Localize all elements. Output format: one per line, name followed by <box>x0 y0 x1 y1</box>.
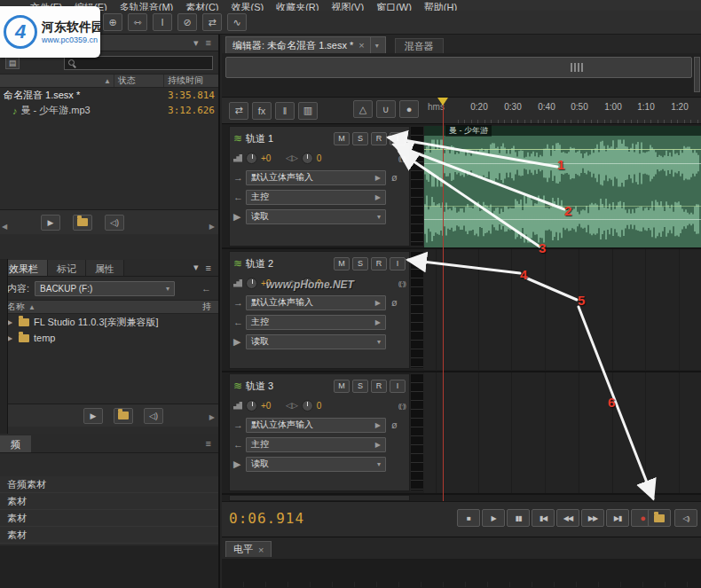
import-file-button[interactable] <box>114 408 133 424</box>
mute-button[interactable]: M <box>334 257 350 270</box>
drive-select[interactable]: BACKUP (F:) ▾ <box>35 281 175 296</box>
tree-item[interactable]: ▶ temp <box>0 330 218 346</box>
automation-mode-select[interactable]: 读取 ▾ <box>246 334 386 349</box>
playhead-handle[interactable] <box>437 98 448 106</box>
output-select[interactable]: 主控 ▶ <box>246 437 386 452</box>
monitor-input-icon[interactable]: ((·)) <box>398 279 406 287</box>
track-lane[interactable] <box>424 249 701 370</box>
files-dropdown-icon[interactable]: ▾ <box>193 37 199 49</box>
menu-clip[interactable]: 素材(C) <box>185 0 218 11</box>
shuffle-mode-icon[interactable]: ⇄ <box>229 102 248 120</box>
punch-record-icon[interactable]: ● <box>399 100 419 118</box>
track-lane[interactable] <box>424 372 701 493</box>
punch-icon[interactable]: ‖ <box>275 102 295 120</box>
input-monitor-button[interactable]: I <box>390 257 406 270</box>
import-file-button[interactable] <box>73 215 92 231</box>
play-file-button[interactable]: ▶ <box>41 215 60 231</box>
phase-icon[interactable]: ø <box>391 297 398 308</box>
time-display[interactable]: 0:06.914 <box>229 510 304 527</box>
expand-icon[interactable]: ▶ <box>233 211 242 223</box>
expand-icon[interactable]: ▶ <box>233 459 242 470</box>
menu-help[interactable]: 帮助(H) <box>424 0 457 11</box>
solo-button[interactable]: S <box>352 257 368 270</box>
tab-mixer[interactable]: 混音器 <box>395 38 444 53</box>
phase-icon[interactable]: ø <box>391 172 398 183</box>
audition-speaker-button[interactable]: ◁) <box>105 215 124 231</box>
browser-panel-menu-icon[interactable]: ≡ <box>206 263 211 273</box>
tab-properties[interactable]: 属性 <box>86 260 124 276</box>
list-view-icon[interactable]: ▤ <box>5 57 20 69</box>
column-dur[interactable]: 持 <box>202 301 211 313</box>
menu-view[interactable]: 视图(V) <box>331 0 364 11</box>
expand-icon[interactable]: ▶ <box>7 334 14 342</box>
stop-button[interactable]: ■ <box>457 509 480 527</box>
scroll-right-icon[interactable]: ▶ <box>209 223 215 231</box>
volume-knob[interactable] <box>246 278 257 289</box>
volume-knob[interactable] <box>246 400 257 412</box>
razor-tool-icon[interactable]: ⊘ <box>177 13 197 31</box>
vertical-scrollbar[interactable] <box>694 57 700 92</box>
monitor-input-icon[interactable]: ((·)) <box>398 154 406 162</box>
timeline-ruler[interactable]: hms 0:20 0:30 0:40 0:50 1:00 1:10 1:20 <box>424 98 701 124</box>
pause-button[interactable]: ▮▮ <box>507 509 530 527</box>
tree-item[interactable]: ▶ FL Studio 11.0.3[亲测兼容版] <box>0 314 218 330</box>
time-selection-tool-icon[interactable]: I <box>153 13 172 31</box>
file-row[interactable]: 命名混音 1.sesx * 3:35.814 <box>0 88 218 103</box>
audition-speaker-button[interactable]: ◁) <box>144 408 163 424</box>
rewind-button[interactable]: ◀◀ <box>556 509 579 527</box>
grid-view-icon[interactable]: ▥ <box>298 102 318 120</box>
output-select[interactable]: 主控 ▶ <box>246 190 386 205</box>
tab-media[interactable]: 频 <box>0 435 31 452</box>
magnet-snap-icon[interactable]: ∪ <box>376 100 396 118</box>
play-button[interactable]: ▶ <box>482 509 505 527</box>
playhead-line[interactable] <box>443 98 444 501</box>
volume-envelope-line[interactable] <box>424 206 701 207</box>
volume-envelope-line[interactable] <box>424 149 701 150</box>
scroll-right-icon[interactable]: ▶ <box>209 413 215 421</box>
menu-multitrack[interactable]: 多轨混音(M) <box>120 0 174 11</box>
solo-button[interactable]: S <box>352 380 368 393</box>
volume-knob[interactable] <box>246 153 257 164</box>
monitor-input-icon[interactable]: ((·)) <box>398 402 406 410</box>
column-name[interactable]: 名称 <box>7 301 25 313</box>
speaker-icon[interactable]: ◁) <box>674 509 697 527</box>
folder-open-icon[interactable] <box>648 509 671 527</box>
input-select[interactable]: 默认立体声输入 ▶ <box>246 295 386 310</box>
files-panel-menu-icon[interactable]: ≡ <box>206 37 211 48</box>
pen-tool-icon[interactable]: ∿ <box>227 13 247 31</box>
pan-knob[interactable] <box>302 153 313 164</box>
fx-toggle-icon[interactable]: fx <box>252 102 272 120</box>
tab-levels[interactable]: 电平 × <box>225 541 272 557</box>
menu-effects[interactable]: 效果(S) <box>232 0 264 11</box>
scroll-left-icon[interactable]: ◀ <box>2 223 7 231</box>
track-name[interactable]: 轨道 1 <box>246 132 273 145</box>
track-name[interactable]: 轨道 3 <box>246 380 273 393</box>
arm-record-button[interactable]: R <box>371 380 387 393</box>
arm-record-button[interactable]: R <box>371 132 387 145</box>
close-icon[interactable]: × <box>358 40 364 51</box>
expand-icon[interactable]: ▶ <box>233 336 242 348</box>
input-monitor-button[interactable]: I <box>390 380 406 393</box>
input-select[interactable]: 默认立体声输入 ▶ <box>246 170 386 185</box>
media-row[interactable]: 素材 <box>0 527 218 544</box>
output-select[interactable]: 主控 ▶ <box>246 315 386 330</box>
arm-record-button[interactable]: R <box>371 257 387 270</box>
browser-dropdown-icon[interactable]: ▾ <box>193 262 199 273</box>
search-input[interactable] <box>78 58 209 67</box>
metronome-icon[interactable]: △ <box>353 100 373 118</box>
input-select[interactable]: 默认立体声输入 ▶ <box>246 418 386 433</box>
range-tool-icon[interactable]: ⇿ <box>128 13 147 31</box>
close-icon[interactable]: × <box>258 545 264 555</box>
file-row[interactable]: ♪ 曼 - 少年游.mp3 3:12.626 <box>0 103 218 118</box>
automation-mode-select[interactable]: 读取 ▾ <box>246 457 386 472</box>
tab-markers[interactable]: 标记 <box>48 260 86 276</box>
track-name[interactable]: 轨道 2 <box>246 257 273 270</box>
media-panel-menu-icon[interactable]: ≡ <box>199 438 218 449</box>
column-duration[interactable]: 持续时间 <box>163 74 218 87</box>
menu-favorites[interactable]: 收藏夹(R) <box>276 0 319 11</box>
slip-tool-icon[interactable]: ⇄ <box>202 13 222 31</box>
pan-knob[interactable] <box>302 400 313 412</box>
overview-scroll-handle[interactable] <box>225 57 692 78</box>
fast-forward-button[interactable]: ▶▶ <box>581 509 604 527</box>
tab-editor[interactable]: 编辑器: 未命名混音 1.sesx * × ▾ <box>225 36 386 53</box>
